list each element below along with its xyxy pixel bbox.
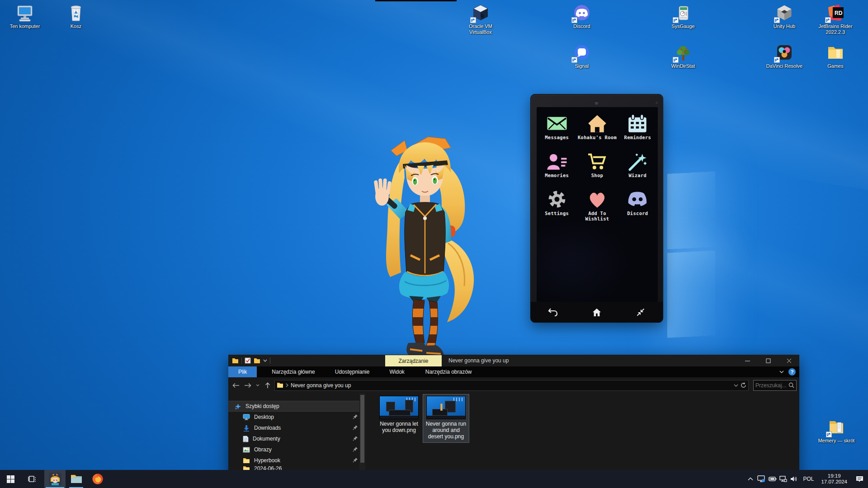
sidebar-item-downloads[interactable]: Downloads [228,422,365,433]
maximize-button[interactable] [758,355,778,366]
phone-camera-dot [594,101,599,105]
wallpaper-window-pane [667,250,715,338]
this-pc-icon [15,4,35,23]
search-input[interactable] [754,382,788,389]
phone-app-wizard[interactable]: Wizard [618,150,658,188]
phone-sensor-dot [656,102,658,104]
address-dropdown-chevron-icon[interactable] [734,384,738,387]
tab-plik[interactable]: Plik [228,366,257,377]
explorer-titlebar[interactable]: Zarządzanie Never gonna give you up [228,355,799,366]
left-leg [412,300,425,344]
tab-narzedzia-obrazow[interactable]: Narzędzia obrazów [419,366,479,377]
tray-network-icon[interactable] [778,470,788,488]
phone-app-label: Kohaku's Room [577,135,617,140]
clock[interactable]: 19:19 17.07.2024 [817,473,851,485]
action-center-button[interactable] [851,470,868,488]
phone-app-reminders[interactable]: Reminders [618,113,658,150]
ribbon-collapse-chevron-icon[interactable] [779,371,784,373]
desktop-icon-memery[interactable]: Memery — skrót [815,418,858,444]
desktop-icon-unity-hub[interactable]: Unity Hub [763,4,806,29]
phone-app-label: Wizard [618,173,658,178]
phone-screen: Messages Kohaku's Room Reminders Memorie… [537,107,658,302]
tray-volume-icon[interactable] [788,470,799,488]
refresh-icon[interactable] [741,382,746,388]
phone-app-memories[interactable]: Memories [537,150,577,188]
shortcut-arrow-icon [673,57,679,63]
desktop-icon-sysgauge[interactable]: SysGauge [661,4,705,29]
tab-widok[interactable]: Widok [382,366,411,377]
breadcrumb-bar[interactable]: Never gonna give you up [274,380,749,391]
language-indicator[interactable]: POL [799,476,817,482]
shortcut-arrow-icon [774,57,780,63]
desktop-icon-signal[interactable]: Signal [560,43,604,69]
davinci-resolve-icon [774,43,794,62]
phone-back-button[interactable] [531,308,575,317]
phone-app-label: Settings [537,211,577,216]
phone-app-grid: Messages Kohaku's Room Reminders Memorie… [537,113,658,226]
file-item-selected[interactable]: Never gonna run around and desert you.pn… [423,394,469,442]
search-icon[interactable] [788,382,794,388]
gear-icon [547,189,567,209]
file-explorer-window: Zarządzanie Never gonna give you up Plik… [228,355,799,488]
desktop-icon-virtualbox[interactable]: Oracle VM VirtualBox [459,4,502,35]
calendar-icon [627,113,648,133]
sidebar-item-obrazy[interactable]: Obrazy [228,444,365,455]
sidebar-item-hyperbook[interactable]: Hyperbook [228,455,365,466]
phone-app-messages[interactable]: Messages [537,113,577,150]
back-button[interactable] [231,383,241,388]
pin-icon [353,446,358,452]
phone-app-shop[interactable]: Shop [577,150,617,188]
folder-shortcut-icon [826,418,846,437]
phone-app-discord[interactable]: Discord [618,188,658,226]
new-folder-icon[interactable] [254,358,260,364]
desktop-icon-label: Signal [560,63,604,69]
forward-button[interactable] [243,383,253,388]
tray-chevron-up-icon[interactable] [745,470,756,488]
minimize-button[interactable] [737,355,758,366]
file-item[interactable]: Never gonna let you down.png [376,394,422,436]
shortcut-arrow-icon [673,17,679,23]
phone-nav-bar [531,302,663,323]
sidebar-quick-access[interactable]: Szybki dostęp [228,401,365,412]
properties-check-icon[interactable] [245,357,251,364]
phone-app-add-to-wishlist[interactable]: Add To Wishlist [577,188,617,226]
phone-home-button[interactable] [575,308,618,317]
breadcrumb-path[interactable]: Never gonna give you up [291,382,351,389]
taskbar-app-firefox[interactable] [87,470,108,488]
desktop-icon-games[interactable]: Games [814,43,857,69]
folder-icon [826,43,845,62]
manage-ribbon-tab[interactable]: Zarządzanie [385,355,442,366]
folder-icon[interactable] [232,358,239,364]
download-arrow-icon [243,425,250,432]
desktop-icon-this-pc[interactable]: Ten komputer [3,4,47,29]
taskbar-app-explorer[interactable] [66,470,87,488]
desktop-icon-rider[interactable]: RD JetBrains Rider 2022.2.3 [814,4,857,35]
desktop-icon-windirstat[interactable]: WinDirStat [661,43,705,69]
phone-minimize-button[interactable] [619,308,663,317]
desktop-icon-davinci[interactable]: DaVinci Resolve [763,43,806,69]
chevron-down-icon[interactable] [263,359,267,362]
tab-narzedzia-glowne[interactable]: Narzędzia główne [265,366,321,377]
phone-app-label: Discord [618,211,658,216]
tray-display-icon[interactable] [756,470,767,488]
anime-character-mascot[interactable] [368,137,481,363]
desktop-icon-discord[interactable]: Discord [560,4,604,29]
search-box[interactable] [753,380,797,391]
desktop-icon-label: JetBrains Rider 2022.2.3 [814,23,857,35]
help-button[interactable]: ? [788,368,796,375]
tab-udostepnianie[interactable]: Udostępnianie [328,366,377,377]
recent-locations-chevron-icon[interactable] [255,384,261,386]
sidebar-item-label: Downloads [254,425,281,431]
start-button[interactable] [0,470,21,488]
phone-app-settings[interactable]: Settings [537,188,577,226]
task-view-button[interactable] [21,470,42,488]
desktop-icon-recycle-bin[interactable]: Kosz [54,4,98,29]
taskbar: POL 19:19 17.07.2024 [0,470,868,488]
sidebar-item-dokumenty[interactable]: Dokumenty [228,433,365,444]
up-button[interactable] [263,382,273,389]
phone-app-kohakus-room[interactable]: Kohaku's Room [577,113,617,150]
sidebar-item-desktop[interactable]: Desktop [228,412,365,422]
tray-battery-icon[interactable] [767,470,778,488]
close-button[interactable] [778,355,799,366]
taskbar-app-kohaku[interactable] [44,470,66,488]
